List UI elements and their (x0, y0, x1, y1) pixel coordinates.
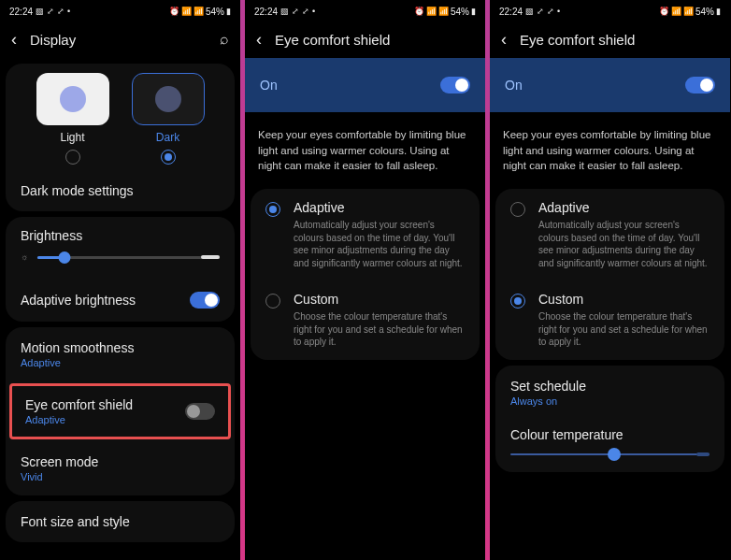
on-banner[interactable]: On (245, 58, 485, 112)
master-toggle[interactable] (685, 77, 715, 93)
status-icon: ⤢ (47, 7, 54, 16)
custom-option[interactable]: Custom Choose the colour temperature tha… (495, 280, 724, 360)
adaptive-option[interactable]: Adaptive Automatically adjust your scree… (251, 189, 480, 280)
adaptive-radio[interactable] (265, 202, 280, 217)
light-theme-thumb (36, 73, 109, 125)
sun-icon: ☼ (21, 252, 28, 262)
battery-icon: ▮ (226, 7, 231, 16)
colour-temp-item: Colour temperature (495, 420, 724, 472)
theme-light-option[interactable]: Light (36, 73, 109, 165)
colour-temp-slider[interactable] (510, 453, 710, 455)
colour-temp-label: Colour temperature (510, 427, 710, 442)
light-label: Light (60, 131, 84, 144)
header: ‹ Eye comfort shield (490, 21, 730, 58)
back-icon[interactable]: ‹ (501, 30, 507, 50)
dark-radio[interactable] (161, 150, 176, 165)
page-title: Eye comfort shield (520, 32, 635, 48)
on-label: On (260, 78, 278, 93)
status-time: 22:24 (9, 7, 33, 17)
adaptive-brightness-toggle[interactable] (190, 292, 220, 309)
dark-label: Dark (156, 131, 179, 144)
back-icon[interactable]: ‹ (11, 30, 17, 50)
set-schedule-item[interactable]: Set schedule Always on (495, 366, 724, 420)
status-bar: 22:24 ▧⤢⤢• ⏰📶📶 54%▮ (245, 0, 485, 21)
screen-mode-item[interactable]: Screen mode Vivid (6, 441, 235, 495)
info-text: Keep your eyes comfortable by limiting b… (490, 114, 730, 187)
adaptive-radio[interactable] (510, 202, 525, 217)
status-icon: ▧ (36, 7, 44, 16)
custom-radio[interactable] (265, 294, 280, 309)
adaptive-brightness-item[interactable]: Adaptive brightness (6, 279, 235, 322)
wifi-icon: 📶 (181, 7, 192, 16)
alarm-icon: ⏰ (169, 7, 179, 16)
master-toggle[interactable] (440, 77, 470, 93)
battery-percent: 54% (206, 7, 224, 17)
adaptive-option[interactable]: Adaptive Automatically adjust your scree… (495, 189, 724, 280)
signal-icon: 📶 (194, 7, 204, 16)
motion-smoothness-item[interactable]: Motion smoothness Adaptive (6, 327, 235, 381)
status-icon: • (67, 7, 70, 16)
phone-display-settings: 22:24 ▧ ⤢ ⤢ • ⏰ 📶 📶 54% ▮ ‹ Display ⌕ Li… (0, 0, 240, 560)
brightness-slider[interactable] (37, 256, 220, 259)
page-title: Display (30, 32, 76, 48)
page-title: Eye comfort shield (275, 32, 390, 48)
status-bar: 22:24 ▧⤢⤢• ⏰📶📶 54%▮ (490, 0, 730, 21)
eye-comfort-highlight: Eye comfort shield Adaptive (9, 383, 231, 439)
custom-radio[interactable] (510, 294, 525, 309)
eye-comfort-shield-item[interactable]: Eye comfort shield Adaptive (12, 386, 228, 437)
phone-eye-comfort-custom: 22:24 ▧⤢⤢• ⏰📶📶 54%▮ ‹ Eye comfort shield… (490, 0, 730, 560)
brightness-label: Brightness (21, 228, 220, 243)
light-radio[interactable] (65, 150, 80, 165)
dark-mode-settings-item[interactable]: Dark mode settings (6, 170, 235, 211)
search-icon[interactable]: ⌕ (220, 31, 229, 48)
on-banner[interactable]: On (490, 58, 730, 112)
theme-picker: Light Dark (6, 64, 235, 170)
status-icon: ⤢ (57, 7, 64, 16)
on-label: On (505, 78, 523, 93)
dark-theme-thumb (132, 73, 205, 125)
status-bar: 22:24 ▧ ⤢ ⤢ • ⏰ 📶 📶 54% ▮ (0, 0, 240, 21)
theme-dark-option[interactable]: Dark (132, 73, 205, 165)
header: ‹ Display ⌕ (0, 21, 240, 58)
header: ‹ Eye comfort shield (245, 21, 485, 58)
eye-comfort-toggle[interactable] (185, 403, 215, 420)
phone-eye-comfort-adaptive: 22:24 ▧⤢⤢• ⏰📶📶 54%▮ ‹ Eye comfort shield… (245, 0, 485, 560)
info-text: Keep your eyes comfortable by limiting b… (245, 114, 485, 187)
back-icon[interactable]: ‹ (256, 30, 262, 50)
custom-option[interactable]: Custom Choose the colour temperature tha… (251, 280, 480, 360)
font-size-item[interactable]: Font size and style (6, 501, 235, 542)
brightness-item: Brightness ☼ (6, 217, 235, 279)
